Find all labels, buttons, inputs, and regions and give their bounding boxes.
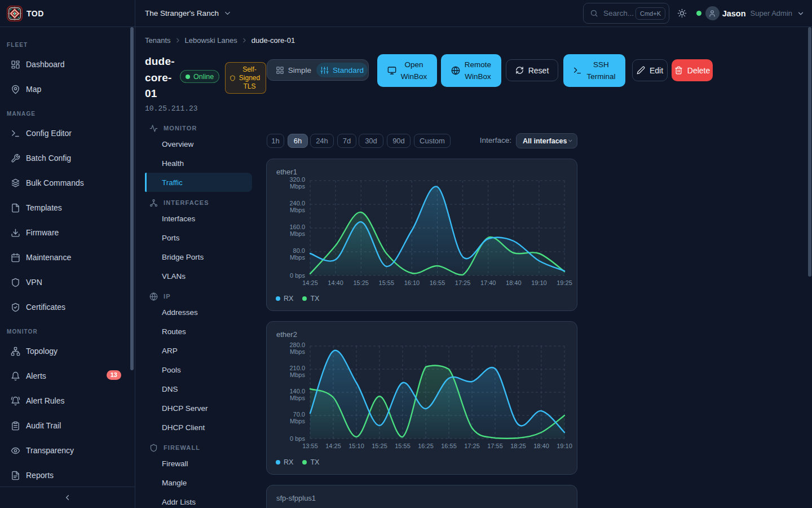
svg-text:18:40: 18:40	[533, 443, 549, 449]
svg-text:80.0: 80.0	[293, 247, 305, 254]
svg-text:Mbps: Mbps	[290, 207, 305, 213]
svg-text:15:25: 15:25	[353, 279, 369, 286]
svg-text:17:25: 17:25	[464, 443, 480, 449]
svg-text:210.0: 210.0	[289, 365, 305, 371]
svg-text:15:55: 15:55	[379, 279, 395, 286]
svg-text:14:25: 14:25	[302, 279, 318, 286]
svg-text:280.0: 280.0	[289, 341, 305, 348]
svg-text:15:10: 15:10	[348, 443, 364, 449]
svg-text:17:40: 17:40	[480, 279, 496, 286]
svg-text:19:25: 19:25	[557, 279, 572, 286]
svg-text:19:10: 19:10	[531, 279, 547, 286]
svg-text:16:10: 16:10	[404, 279, 420, 286]
svg-text:17:25: 17:25	[455, 279, 471, 286]
svg-text:15:25: 15:25	[372, 443, 387, 449]
svg-text:Mbps: Mbps	[290, 418, 305, 424]
svg-text:Mbps: Mbps	[290, 371, 305, 378]
svg-text:16:25: 16:25	[418, 443, 434, 449]
svg-text:Mbps: Mbps	[290, 395, 305, 401]
svg-text:16:55: 16:55	[430, 279, 445, 286]
svg-text:16:55: 16:55	[441, 443, 457, 449]
svg-text:18:25: 18:25	[510, 443, 526, 449]
svg-text:140.0: 140.0	[289, 388, 305, 395]
svg-text:19:10: 19:10	[557, 443, 572, 449]
svg-text:320.0: 320.0	[289, 176, 305, 183]
svg-text:160.0: 160.0	[289, 224, 305, 230]
svg-text:0 bps: 0 bps	[290, 435, 305, 442]
svg-text:Mbps: Mbps	[290, 348, 305, 355]
svg-text:14:25: 14:25	[325, 443, 341, 449]
svg-text:70.0: 70.0	[293, 411, 305, 418]
svg-text:18:40: 18:40	[506, 279, 522, 286]
svg-text:Mbps: Mbps	[290, 230, 305, 237]
svg-text:15:55: 15:55	[395, 443, 411, 449]
svg-text:0 bps: 0 bps	[290, 272, 305, 279]
svg-text:240.0: 240.0	[289, 200, 305, 207]
svg-text:14:40: 14:40	[328, 279, 343, 286]
svg-text:Mbps: Mbps	[290, 254, 305, 261]
svg-text:Mbps: Mbps	[290, 183, 305, 190]
svg-text:17:55: 17:55	[487, 443, 503, 449]
svg-text:13:55: 13:55	[302, 443, 318, 449]
